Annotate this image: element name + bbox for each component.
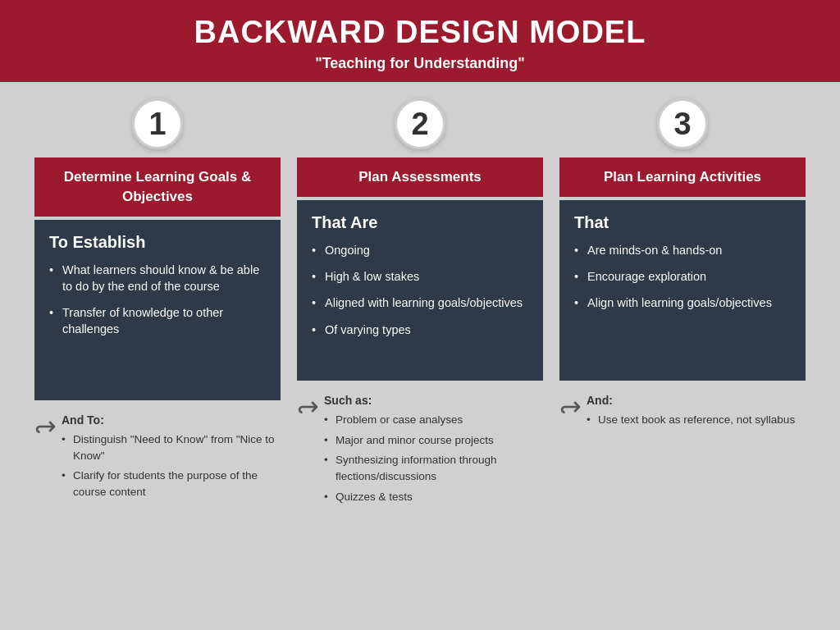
- dark-title-2: That Are: [312, 213, 528, 232]
- arrow-text-1: And To: Distinguish "Need to Know" from …: [62, 412, 281, 504]
- list-item: Problem or case analyses: [324, 412, 543, 428]
- arrow-icon-2: ↪: [297, 392, 319, 423]
- list-item: Synthesizing information through flectio…: [324, 452, 543, 484]
- list-item: Distinguish "Need to Know" from "Nice to…: [62, 431, 281, 463]
- dark-title-1: To Establish: [49, 233, 266, 252]
- dark-list-3: Are minds-on & hands-on Encourage explor…: [574, 242, 791, 312]
- arrow-section-2: ↪ Such as: Problem or case analyses Majo…: [297, 386, 543, 509]
- step-number-2: 2: [395, 98, 445, 149]
- dark-box-3: That Are minds-on & hands-on Encourage e…: [559, 200, 806, 381]
- step-number-1: 1: [132, 98, 183, 149]
- list-item: Use text book as reference, not syllabus: [587, 412, 795, 428]
- dark-title-3: That: [574, 213, 791, 232]
- list-item: Align with learning goals/objectives: [574, 294, 791, 311]
- list-item: Major and minor course projects: [324, 432, 543, 449]
- dark-box-1: To Establish What learners should know &…: [34, 220, 281, 400]
- main-content: 1 Determine Learning Goals & Objectives …: [0, 82, 840, 517]
- list-item: Encourage exploration: [574, 268, 791, 285]
- column-3: 3 Plan Learning Activities That Are mind…: [559, 98, 806, 509]
- red-box-3: Plan Learning Activities: [559, 158, 806, 197]
- list-item: Transfer of knowledge to other challenge…: [49, 304, 266, 338]
- list-item: Clarify for students the purpose of the …: [62, 468, 281, 500]
- dark-list-2: Ongoing High & low stakes Aligned with l…: [312, 242, 528, 338]
- dark-list-1: What learners should know & be able to d…: [49, 262, 266, 338]
- dark-box-2: That Are Ongoing High & low stakes Align…: [297, 200, 543, 381]
- page-title: BACKWARD DESIGN MODEL: [16, 15, 824, 50]
- arrow-label-1: And To:: [62, 413, 104, 427]
- arrow-text-2: Such as: Problem or case analyses Major …: [324, 392, 543, 509]
- arrow-section-1: ↪ And To: Distinguish "Need to Know" fro…: [34, 405, 281, 504]
- list-item: High & low stakes: [312, 268, 528, 285]
- red-box-2: Plan Assessments: [297, 158, 543, 197]
- list-item: Are minds-on & hands-on: [574, 242, 791, 258]
- arrow-icon-1: ↪: [34, 412, 57, 443]
- step-number-3: 3: [657, 98, 708, 149]
- arrow-list-1: Distinguish "Need to Know" from "Nice to…: [62, 431, 281, 500]
- list-item: Ongoing: [312, 242, 528, 258]
- arrow-label-2: Such as:: [324, 394, 372, 407]
- list-item: Quizzes & tests: [324, 489, 543, 505]
- page-subtitle: "Teaching for Understanding": [16, 55, 824, 72]
- arrow-icon-3: ↪: [559, 392, 582, 423]
- arrow-list-2: Problem or case analyses Major and minor…: [324, 412, 543, 504]
- list-item: What learners should know & be able to d…: [49, 262, 266, 295]
- arrow-text-3: And: Use text book as reference, not syl…: [587, 392, 795, 432]
- arrow-section-3: ↪ And: Use text book as reference, not s…: [559, 386, 806, 432]
- arrow-list-3: Use text book as reference, not syllabus: [587, 412, 795, 428]
- red-box-1: Determine Learning Goals & Objectives: [34, 158, 281, 217]
- column-2: 2 Plan Assessments That Are Ongoing High…: [297, 98, 543, 509]
- list-item: Aligned with learning goals/objectives: [312, 294, 528, 311]
- header: BACKWARD DESIGN MODEL "Teaching for Unde…: [0, 0, 840, 82]
- list-item: Of varying types: [312, 322, 528, 338]
- column-1: 1 Determine Learning Goals & Objectives …: [34, 98, 281, 509]
- arrow-label-3: And:: [587, 394, 613, 407]
